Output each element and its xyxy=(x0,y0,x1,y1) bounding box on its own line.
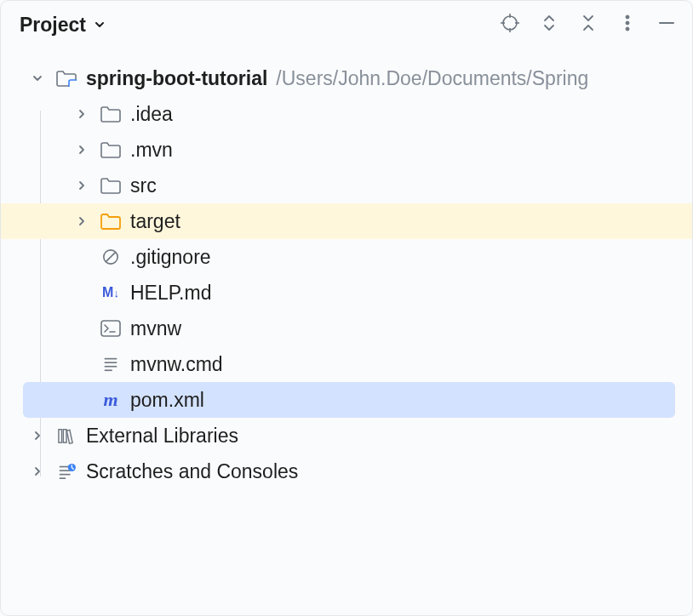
folder-orange-icon xyxy=(100,210,122,232)
folder-icon xyxy=(100,103,122,125)
tree-node[interactable]: .mvn xyxy=(1,132,692,168)
svg-point-6 xyxy=(626,21,629,25)
chevron-right-icon[interactable] xyxy=(72,105,91,123)
tree-node-label: mvnw xyxy=(130,317,181,340)
svg-point-5 xyxy=(626,15,629,19)
crosshair-icon xyxy=(501,14,519,36)
terminal-icon xyxy=(100,317,122,339)
tree-node[interactable]: mvnw xyxy=(1,311,692,346)
collapse-all-button[interactable] xyxy=(578,14,598,35)
tree-node-label: Scratches and Consoles xyxy=(86,460,298,483)
tree-node[interactable]: target xyxy=(1,203,692,239)
textfile-icon xyxy=(100,353,122,375)
collapse-all-icon xyxy=(581,14,596,35)
folder-icon xyxy=(100,139,122,161)
chevron-down-icon[interactable] xyxy=(28,69,47,88)
tree-node-label: pom.xml xyxy=(130,389,204,412)
tree-node[interactable]: Scratches and Consoles xyxy=(1,453,692,489)
project-tree[interactable]: spring-boot-tutorial /Users/John.Doe/Doc… xyxy=(1,48,692,615)
tree-node-label: .gitignore xyxy=(130,246,211,269)
chevron-right-icon[interactable] xyxy=(72,140,91,159)
expand-collapse-icon xyxy=(541,14,557,35)
folder-icon xyxy=(100,174,122,197)
markdown-icon: M↓ xyxy=(100,282,122,304)
hide-button[interactable] xyxy=(656,14,677,35)
locate-button[interactable] xyxy=(500,14,520,35)
chevron-down-icon xyxy=(93,14,106,37)
expand-collapse-button[interactable] xyxy=(539,14,559,35)
svg-point-7 xyxy=(626,27,629,31)
scratches-icon xyxy=(55,460,77,482)
tree-node[interactable]: mvnw.cmd xyxy=(1,346,692,382)
maven-icon: m xyxy=(100,389,122,411)
svg-rect-9 xyxy=(69,80,77,87)
tree-node-label: src xyxy=(130,174,157,197)
tree-node-path: /Users/John.Doe/Documents/Spring xyxy=(276,67,588,90)
tree-node[interactable]: .gitignore xyxy=(1,239,692,275)
tree-node-root[interactable]: spring-boot-tutorial /Users/John.Doe/Doc… xyxy=(1,60,692,96)
libraries-icon xyxy=(55,425,77,447)
tree-node[interactable]: External Libraries xyxy=(1,418,692,453)
chevron-right-icon[interactable] xyxy=(72,212,91,231)
tree-node-label: mvnw.cmd xyxy=(130,353,223,376)
project-view-selector[interactable]: Project xyxy=(20,14,106,37)
options-button[interactable] xyxy=(617,14,638,35)
toolwindow-title-label: Project xyxy=(20,14,86,37)
toolwindow-actions xyxy=(500,14,677,35)
tree-node[interactable]: src xyxy=(1,168,692,203)
chevron-right-icon[interactable] xyxy=(72,176,91,195)
minimize-icon xyxy=(658,14,675,35)
ignore-icon xyxy=(100,246,122,268)
project-tool-window: Project xyxy=(0,0,693,616)
tree-node-label: spring-boot-tutorial xyxy=(86,67,267,90)
tree-node-label: target xyxy=(130,210,180,233)
tree-node[interactable]: mpom.xml xyxy=(23,382,675,418)
kebab-icon xyxy=(625,14,630,35)
chevron-right-icon[interactable] xyxy=(28,462,47,481)
module-folder-icon xyxy=(55,67,77,89)
svg-point-0 xyxy=(503,16,517,30)
tree-node[interactable]: .idea xyxy=(1,96,692,132)
chevron-right-icon[interactable] xyxy=(28,426,47,445)
tree-node-label: External Libraries xyxy=(86,425,238,448)
tree-node-label: .idea xyxy=(130,103,173,126)
tree-node-label: HELP.md xyxy=(130,282,211,305)
tree-node[interactable]: M↓HELP.md xyxy=(1,275,692,311)
toolwindow-header: Project xyxy=(1,1,692,48)
tree-node-label: .mvn xyxy=(130,139,173,162)
